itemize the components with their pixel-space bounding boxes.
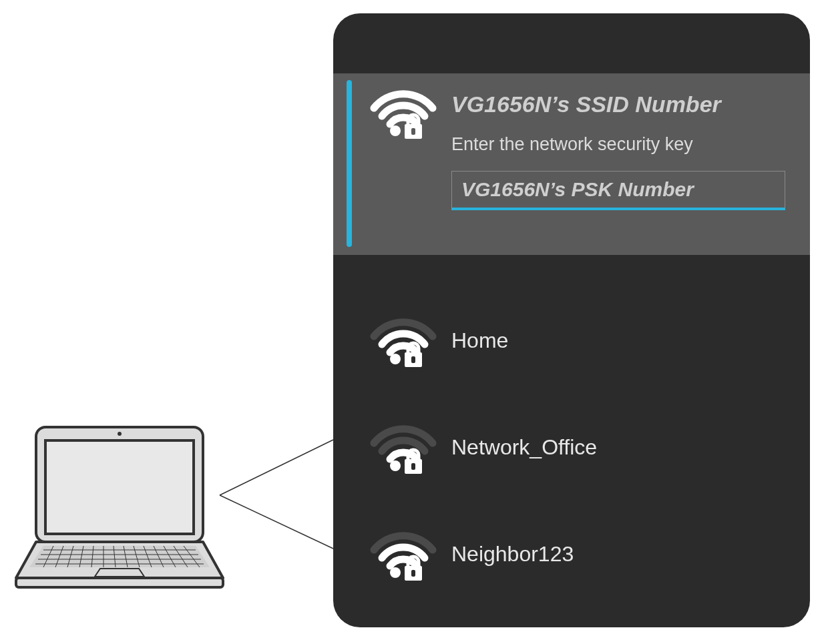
network-item[interactable]: Neighbor123 (333, 527, 810, 581)
security-key-input[interactable]: VG1656N’s PSK Number (451, 171, 785, 210)
security-key-prompt: Enter the network security key (451, 134, 810, 155)
svg-rect-35 (411, 463, 415, 470)
selected-network-ssid: VG1656N’s SSID Number (451, 91, 810, 118)
svg-point-30 (390, 354, 401, 364)
svg-rect-6 (16, 578, 223, 587)
wifi-networks-panel: VG1656N’s SSID Number Enter the network … (333, 13, 810, 627)
network-name: Network_Office (451, 426, 810, 468)
svg-point-3 (118, 432, 122, 436)
network-item[interactable]: Home (333, 314, 810, 367)
svg-point-33 (390, 460, 401, 471)
wifi-secured-icon (370, 85, 437, 139)
svg-point-36 (390, 567, 401, 578)
wifi-secured-icon (370, 314, 437, 367)
svg-line-0 (220, 440, 333, 495)
svg-line-1 (220, 495, 333, 549)
laptop-icon (7, 424, 232, 591)
svg-marker-26 (95, 569, 144, 577)
svg-rect-38 (411, 570, 415, 577)
wifi-secured-icon (370, 420, 437, 474)
network-item-selected[interactable]: VG1656N’s SSID Number Enter the network … (333, 85, 810, 210)
svg-rect-29 (411, 128, 415, 135)
svg-rect-32 (411, 356, 415, 363)
wifi-secured-icon (370, 527, 437, 581)
network-name: Home (451, 319, 810, 362)
network-item[interactable]: Network_Office (333, 420, 810, 474)
svg-rect-4 (45, 440, 194, 534)
network-name: Neighbor123 (451, 533, 810, 575)
svg-point-27 (390, 125, 401, 136)
